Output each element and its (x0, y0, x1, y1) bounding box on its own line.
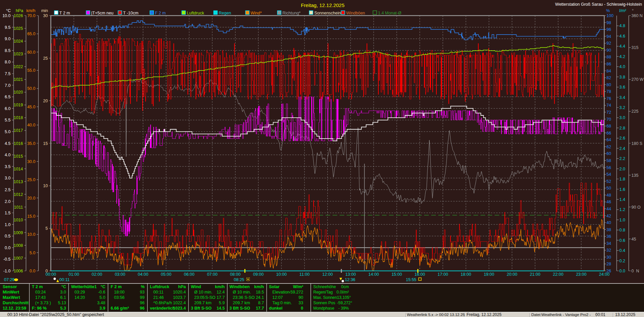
svg-text:-0.6: -0.6 (98, 290, 105, 295)
svg-text:40: 40 (606, 220, 611, 225)
svg-text:1008: 1008 (14, 243, 23, 248)
svg-text:MinWert: MinWert (3, 290, 19, 295)
svg-text:40.0: 40.0 (27, 123, 35, 127)
svg-text:66: 66 (606, 131, 611, 136)
svg-text:6.66 g/m³: 6.66 g/m³ (111, 306, 129, 311)
svg-text:1026: 1026 (14, 13, 23, 18)
svg-text:18.5: 18.5 (256, 290, 264, 295)
svg-text:30: 30 (606, 255, 611, 260)
svg-text:28: 28 (606, 262, 611, 266)
svg-text:12:07: 12:07 (272, 295, 283, 300)
svg-text:03:24: 03:24 (35, 290, 46, 295)
svg-text:5.5: 5.5 (5, 118, 10, 122)
svg-text:17.7: 17.7 (256, 306, 264, 311)
svg-text:5.9: 5.9 (219, 301, 225, 305)
svg-text:W/m²: W/m² (293, 284, 303, 289)
svg-text:F 2 m: F 2 m (111, 284, 122, 289)
svg-text:07:29: 07:29 (4, 277, 14, 282)
svg-text:3 Bft S-SO: 3 Bft S-SO (229, 306, 250, 311)
svg-text:30: 30 (43, 13, 48, 18)
svg-text:10.0: 10.0 (2, 13, 10, 18)
svg-text:1014: 1014 (14, 167, 23, 171)
svg-text:Ø 10 min.: Ø 10 min. (194, 290, 212, 295)
svg-text:62: 62 (606, 145, 611, 149)
svg-text:Schneehöhe: Schneehöhe (313, 284, 336, 289)
svg-text:3 Bft S-SO: 3 Bft S-SO (191, 306, 212, 311)
svg-text:km/h: km/h (215, 284, 225, 289)
svg-text:3.6: 3.6 (620, 85, 625, 90)
svg-text:5.3: 5.3 (60, 306, 66, 311)
svg-text:Elevation: Elevation (272, 290, 289, 295)
svg-text:86: 86 (606, 62, 611, 66)
svg-text:Regen: Regen (219, 11, 231, 15)
svg-text:15: 15 (43, 141, 48, 146)
svg-text:Tag:0 min.: Tag:0 min. (272, 301, 292, 305)
svg-text:15:00: 15:00 (391, 272, 402, 277)
svg-text:23:00: 23:00 (576, 272, 586, 277)
svg-text:3.0: 3.0 (5, 176, 10, 180)
svg-text:12.12. 23:59: 12.12. 23:59 (3, 306, 26, 311)
svg-text:10:00: 10:00 (276, 272, 286, 277)
svg-text:04:00: 04:00 (138, 272, 148, 277)
svg-text:5.0: 5.0 (30, 251, 35, 255)
svg-text:60: 60 (606, 151, 611, 156)
svg-text:88: 88 (606, 55, 611, 59)
svg-text:19:00: 19:00 (484, 272, 494, 277)
svg-text:33: 33 (299, 301, 303, 305)
svg-text:km/h: km/h (26, 8, 35, 13)
svg-text:8.5: 8.5 (5, 48, 10, 53)
svg-text:F 2 m: F 2 m (155, 11, 166, 15)
svg-text:15:55: 15:55 (406, 277, 416, 282)
svg-text:-0.5: -0.5 (3, 257, 11, 262)
svg-text:(+ 3.73 ): (+ 3.73 ) (35, 301, 51, 305)
svg-text:4.6: 4.6 (620, 34, 625, 39)
svg-text:2.8: 2.8 (620, 126, 625, 130)
svg-text:21:00: 21:00 (530, 272, 540, 277)
svg-text:Sonnenschein: Sonnenschein (314, 11, 341, 15)
svg-text:96: 96 (140, 301, 145, 305)
svg-text:Richtung*: Richtung* (282, 11, 301, 15)
svg-text:1022.4: 1022.4 (173, 301, 186, 305)
svg-text:1021: 1021 (14, 77, 23, 82)
svg-text:209.7 km: 209.7 km (194, 301, 211, 305)
svg-text:1.4 Monat-Ø: 1.4 Monat-Ø (378, 11, 401, 15)
svg-text:Wind*: Wind* (251, 11, 262, 15)
svg-text:52: 52 (606, 179, 611, 184)
svg-text:3.0: 3.0 (60, 290, 66, 295)
svg-text:08:00: 08:00 (230, 272, 240, 277)
svg-text:0.5: 0.5 (5, 234, 10, 239)
svg-text:3.5: 3.5 (5, 164, 10, 169)
svg-text:°: ° (632, 8, 634, 13)
svg-text:-1.0: -1.0 (3, 269, 11, 273)
svg-text:74: 74 (606, 103, 611, 108)
svg-text:1025: 1025 (14, 26, 23, 31)
svg-text:58: 58 (606, 158, 611, 163)
svg-text:Luftdruck: Luftdruck (187, 11, 204, 15)
svg-text:05:00: 05:00 (161, 272, 171, 277)
svg-text:14.5: 14.5 (217, 306, 225, 311)
svg-text:30.0: 30.0 (27, 159, 35, 164)
svg-text:0.0: 0.0 (5, 246, 10, 250)
svg-text:-59.272: -59.272 (289, 290, 303, 295)
svg-text:68: 68 (606, 124, 611, 128)
svg-text:4.0: 4.0 (620, 64, 625, 69)
svg-text:34: 34 (606, 241, 611, 246)
svg-text:Freitag, 12.12.2025: Freitag, 12.12.2025 (301, 2, 344, 8)
svg-text:65.0: 65.0 (27, 32, 35, 36)
svg-text:1010: 1010 (14, 218, 23, 222)
svg-text:0: 0 (301, 306, 303, 311)
svg-text:9.0: 9.0 (5, 37, 10, 41)
svg-text:00:11: 00:11 (153, 290, 163, 295)
svg-text:23:36: 23:36 (233, 295, 243, 300)
svg-text:0.0l/m²: 0.0l/m² (336, 290, 349, 295)
svg-text:Mondphase: Mondphase (313, 306, 334, 311)
svg-text:20.0: 20.0 (27, 196, 35, 201)
svg-text:2.4: 2.4 (620, 146, 625, 151)
svg-text:32: 32 (606, 248, 611, 253)
svg-text:l/m²: l/m² (619, 8, 626, 13)
svg-text:135: 135 (632, 173, 639, 178)
svg-text:0cm: 0cm (341, 284, 349, 289)
svg-text:225: 225 (632, 109, 639, 114)
svg-text:70: 70 (606, 117, 611, 122)
svg-text:|T+5cm neu: |T+5cm neu (91, 11, 113, 15)
